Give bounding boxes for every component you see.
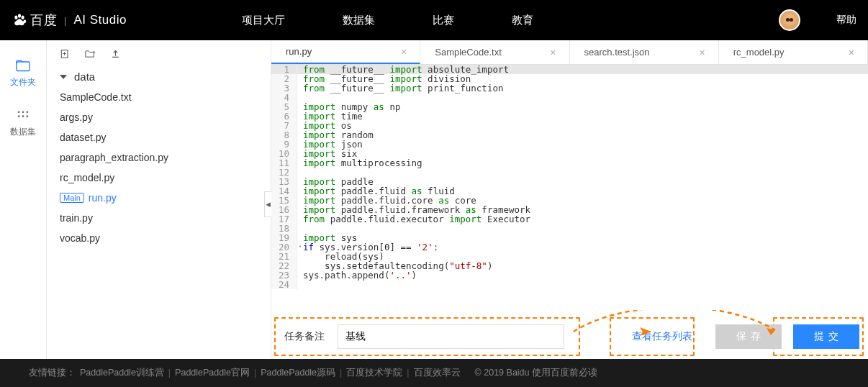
file-tree: data SampleCode.txtargs.pydataset.pypara… — [47, 63, 271, 251]
svg-rect-4 — [17, 62, 30, 71]
tree-file[interactable]: vocab.py — [47, 228, 271, 248]
tree-file[interactable]: train.py — [47, 208, 271, 228]
submit-button[interactable]: 提交 — [793, 324, 859, 349]
svg-point-2 — [22, 16, 24, 19]
task-note-input[interactable] — [338, 324, 564, 349]
svg-point-1 — [18, 14, 21, 18]
code-line[interactable]: 3from __future__ import print_function — [271, 83, 868, 93]
upload-icon[interactable] — [110, 49, 121, 59]
editor-tab[interactable]: run.py× — [271, 40, 420, 64]
top-bar: 百度 | AI Studio 项目大厅 数据集 比赛 教育 帮助 — [0, 0, 868, 40]
nav-projects[interactable]: 项目大厅 — [242, 14, 285, 27]
tree-folder-data[interactable]: data — [47, 66, 271, 87]
code-editor[interactable]: 1from __future__ import absolute_import2… — [271, 65, 868, 314]
rail-item-dataset[interactable]: 数据集 — [10, 109, 36, 138]
brand-main: 百度 — [30, 12, 57, 29]
footer-link[interactable]: PaddlePaddle官网 — [175, 368, 250, 378]
svg-point-10 — [27, 115, 29, 117]
svg-point-6 — [22, 111, 24, 114]
svg-point-0 — [14, 16, 17, 19]
dataset-icon — [16, 109, 30, 122]
collapse-handle-icon[interactable]: ◀ — [264, 191, 271, 217]
main-area: 文件夹 数据集 data SampleCode.txtargs.pydatase… — [0, 40, 868, 359]
nav-datasets[interactable]: 数据集 — [343, 14, 375, 27]
footer-label: 友情链接： — [29, 367, 76, 379]
nav-education[interactable]: 教育 — [512, 14, 533, 27]
tree-file[interactable]: rc_model.py — [47, 168, 271, 188]
footer-link[interactable]: PaddlePaddle训练营 — [80, 368, 164, 378]
main-nav: 项目大厅 数据集 比赛 教育 — [242, 14, 779, 27]
code-line[interactable]: 9import json — [271, 140, 868, 149]
code-line[interactable]: 17from paddle.fluid.executor import Exec… — [271, 214, 868, 224]
svg-point-5 — [18, 111, 20, 114]
new-file-icon[interactable] — [60, 49, 71, 59]
footer-link[interactable]: 百度技术学院 — [346, 368, 402, 378]
tree-file[interactable]: Mainrun.py — [47, 188, 271, 208]
code-line[interactable]: 11import multiprocessing — [271, 158, 868, 168]
rail-item-files[interactable]: 文件夹 — [10, 59, 36, 88]
rail-label-dataset: 数据集 — [10, 126, 36, 138]
tree-file[interactable]: dataset.py — [47, 127, 271, 147]
new-folder-icon[interactable] — [85, 49, 96, 59]
tree-file[interactable]: args.py — [47, 107, 271, 127]
rail-label-files: 文件夹 — [10, 76, 36, 88]
logo[interactable]: 百度 | AI Studio — [12, 12, 127, 29]
editor-tabs: run.py×SampleCode.txt×search.test.json×r… — [271, 40, 868, 65]
footer: 友情链接： PaddlePaddle训练营|PaddlePaddle官网|Pad… — [0, 359, 868, 387]
footer-link[interactable]: 百度效率云 — [414, 368, 461, 378]
footer-link[interactable]: PaddlePaddle源码 — [261, 368, 335, 378]
file-toolbar — [47, 40, 271, 63]
view-tasks-link[interactable]: 查看任务列表 — [632, 330, 692, 343]
svg-point-9 — [22, 115, 24, 117]
editor-area: ◀ run.py×SampleCode.txt×search.test.json… — [271, 40, 868, 359]
folder-icon — [16, 59, 30, 72]
main-badge: Main — [60, 193, 84, 203]
close-icon[interactable]: × — [700, 47, 705, 58]
code-line[interactable]: 6import time — [271, 111, 868, 121]
tree-file[interactable]: SampleCode.txt — [47, 87, 271, 107]
nav-competitions[interactable]: 比赛 — [433, 14, 454, 27]
save-button[interactable]: 保存 — [715, 324, 782, 349]
baidu-paw-icon — [12, 12, 27, 28]
code-line[interactable]: 18 — [271, 224, 868, 233]
code-line[interactable]: 23sys.path.append('..') — [271, 270, 868, 280]
task-note-label: 任务备注 — [284, 330, 325, 343]
footer-copyright: © 2019 Baidu 使用百度前必读 — [475, 367, 597, 379]
close-icon[interactable]: × — [401, 46, 407, 58]
close-icon[interactable]: × — [849, 47, 854, 58]
help-link[interactable]: 帮助 — [836, 14, 856, 27]
editor-tab[interactable]: rc_model.py× — [719, 40, 868, 64]
left-rail: 文件夹 数据集 — [0, 40, 47, 359]
action-bar: 任务备注 查看任务列表 保存 提交 — [271, 314, 868, 359]
svg-point-7 — [27, 111, 29, 114]
code-line[interactable]: 20if sys.version[0] == '2': — [271, 242, 868, 252]
brand-sub: AI Studio — [73, 13, 127, 27]
avatar[interactable] — [779, 9, 800, 31]
close-icon[interactable]: × — [550, 47, 556, 58]
tree-file[interactable]: paragraph_extraction.py — [47, 147, 271, 168]
editor-tab[interactable]: search.test.json× — [570, 40, 719, 64]
svg-point-8 — [18, 115, 20, 117]
code-line[interactable]: 24 — [271, 280, 868, 289]
editor-tab[interactable]: SampleCode.txt× — [420, 40, 569, 64]
file-panel: data SampleCode.txtargs.pydataset.pypara… — [47, 40, 271, 359]
